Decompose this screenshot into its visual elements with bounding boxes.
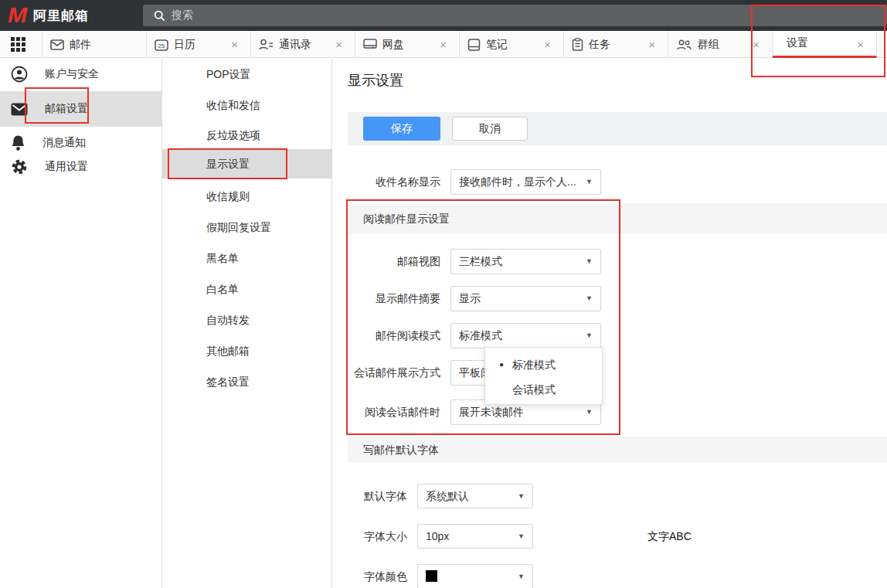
menu-item-display-settings[interactable]: 显示设置 bbox=[162, 149, 332, 178]
tab-tasks[interactable]: 任务 × bbox=[564, 31, 668, 58]
tab-close-icon[interactable]: × bbox=[857, 31, 864, 58]
svg-text:25: 25 bbox=[158, 42, 165, 49]
tab-calendar[interactable]: 25 日历 × bbox=[147, 31, 251, 58]
dropdown-option-conversation[interactable]: 会话模式 bbox=[485, 377, 602, 402]
field-label: 会话邮件展示方式 bbox=[332, 360, 440, 386]
sidebar-item-label: 邮箱设置 bbox=[45, 102, 88, 116]
form-row-font-color: 字体颜色 ▼ bbox=[332, 564, 887, 588]
font-color-select[interactable]: ▼ bbox=[417, 564, 533, 588]
section-header-compose-font: 写邮件默认字体 bbox=[348, 437, 887, 463]
section-title: 阅读邮件显示设置 bbox=[363, 212, 450, 225]
field-label: 邮件阅读模式 bbox=[332, 323, 440, 348]
cancel-button[interactable]: 取消 bbox=[452, 117, 528, 141]
tab-label: 网盘 bbox=[382, 38, 404, 52]
settings-sidebar: 账户与安全 邮箱设置 消息通知 通用设置 bbox=[0, 59, 162, 588]
font-color-swatch bbox=[426, 570, 437, 582]
sidebar-item-mailbox-settings[interactable]: 邮箱设置 bbox=[0, 91, 161, 127]
menu-item-auto-forward[interactable]: 自动转发 bbox=[162, 304, 332, 335]
notes-icon bbox=[467, 39, 481, 51]
account-security-icon bbox=[11, 66, 28, 83]
tab-label: 群组 bbox=[698, 38, 719, 52]
drive-icon bbox=[363, 39, 377, 50]
section-title: 写邮件默认字体 bbox=[363, 444, 439, 456]
menu-item-blacklist[interactable]: 黑名单 bbox=[162, 243, 332, 274]
select-value: 标准模式 bbox=[459, 329, 502, 342]
tab-close-icon[interactable]: × bbox=[753, 31, 760, 58]
tab-label: 邮件 bbox=[70, 38, 91, 52]
app-logo: M 阿里邮箱 bbox=[8, 3, 89, 28]
save-button[interactable]: 保存 bbox=[363, 117, 440, 141]
app-grid-button[interactable] bbox=[0, 31, 42, 58]
menu-item-signature[interactable]: 签名设置 bbox=[162, 366, 332, 397]
search-input[interactable]: 搜索 bbox=[143, 5, 887, 26]
menu-item-vacation-reply[interactable]: 假期回复设置 bbox=[162, 212, 332, 243]
menu-item-pop-settings[interactable]: POP设置 bbox=[162, 59, 332, 90]
field-label: 字体颜色 bbox=[332, 564, 407, 588]
notification-bell-icon bbox=[11, 134, 25, 151]
form-row-reading-mode: 邮件阅读模式 标准模式 ▼ bbox=[332, 323, 887, 348]
sidebar-item-general-settings[interactable]: 通用设置 bbox=[0, 151, 161, 183]
tab-close-icon[interactable]: × bbox=[544, 31, 551, 58]
sidebar-item-account-security[interactable]: 账户与安全 bbox=[0, 57, 161, 91]
grid-icon bbox=[11, 37, 25, 52]
caret-down-icon: ▼ bbox=[586, 250, 593, 274]
tab-close-icon[interactable]: × bbox=[648, 31, 655, 58]
field-label: 默认字体 bbox=[332, 484, 407, 509]
page-title: 显示设置 bbox=[348, 71, 403, 90]
tab-drive[interactable]: 网盘 × bbox=[355, 31, 460, 58]
search-placeholder: 搜索 bbox=[172, 8, 193, 22]
menu-item-whitelist[interactable]: 白名单 bbox=[162, 274, 332, 304]
form-row-font-size: 字体大小 10px ▼ 文字ABC bbox=[332, 524, 887, 549]
tab-label: 任务 bbox=[589, 38, 610, 52]
logo-m-icon: M bbox=[8, 5, 27, 26]
select-value: 三栏模式 bbox=[459, 255, 502, 267]
font-size-select[interactable]: 10px ▼ bbox=[417, 524, 533, 549]
sidebar-item-label: 账户与安全 bbox=[45, 67, 99, 81]
sidebar-item-label: 通用设置 bbox=[45, 160, 88, 174]
caret-down-icon: ▼ bbox=[518, 565, 525, 588]
mail-summary-select[interactable]: 显示 ▼ bbox=[450, 286, 601, 311]
tab-label: 通讯录 bbox=[279, 38, 311, 52]
dropdown-option-standard[interactable]: ● 标准模式 bbox=[485, 352, 602, 377]
tab-settings[interactable]: 设置 × bbox=[773, 31, 877, 58]
tab-label: 设置 bbox=[780, 36, 808, 50]
section-header-reading: 阅读邮件显示设置 bbox=[348, 203, 887, 234]
mailbox-view-select[interactable]: 三栏模式 ▼ bbox=[450, 249, 601, 274]
tab-mail[interactable]: 邮件 bbox=[42, 31, 147, 58]
topbar: M 阿里邮箱 搜索 bbox=[0, 0, 887, 31]
form-row-mail-summary: 显示邮件摘要 显示 ▼ bbox=[332, 286, 887, 311]
font-preview-text: 文字ABC bbox=[647, 524, 692, 549]
tab-close-icon[interactable]: × bbox=[440, 31, 447, 58]
option-label: 会话模式 bbox=[512, 383, 556, 396]
selected-bullet-icon: ● bbox=[499, 352, 504, 377]
display-settings-panel: 显示设置 保存 取消 收件名称显示 接收邮件时，显示个人... ▼ 阅读邮件显示… bbox=[332, 59, 887, 588]
tab-label: 日历 bbox=[174, 38, 195, 52]
tab-groups[interactable]: 群组 × bbox=[668, 31, 773, 58]
search-icon bbox=[154, 10, 165, 22]
menu-item-receive-rules[interactable]: 收信规则 bbox=[162, 181, 332, 212]
reading-mode-select[interactable]: 标准模式 ▼ bbox=[450, 323, 601, 348]
tab-contacts[interactable]: 通讯录 × bbox=[251, 31, 355, 58]
select-value: 显示 bbox=[459, 292, 481, 304]
select-value: 接收邮件时，显示个人... bbox=[459, 175, 576, 188]
recipient-name-select[interactable]: 接收邮件时，显示个人... ▼ bbox=[450, 169, 601, 195]
form-row-default-font: 默认字体 系统默认 ▼ bbox=[332, 484, 887, 509]
mail-settings-menu: POP设置 收信和发信 反垃圾选项 显示设置 收信规则 假期回复设置 黑名单 白… bbox=[162, 59, 332, 588]
default-font-select[interactable]: 系统默认 ▼ bbox=[417, 484, 533, 508]
sidebar-item-label: 消息通知 bbox=[42, 136, 86, 150]
tab-notes[interactable]: 笔记 × bbox=[460, 31, 564, 58]
menu-item-send-receive[interactable]: 收信和发信 bbox=[162, 90, 332, 121]
menu-item-antispam[interactable]: 反垃圾选项 bbox=[162, 120, 332, 151]
tab-close-icon[interactable]: × bbox=[231, 31, 238, 58]
tab-label: 笔记 bbox=[486, 38, 508, 52]
tab-close-icon[interactable]: × bbox=[335, 31, 342, 58]
form-row-conversation-display: 会话邮件展示方式 平板阅 bbox=[332, 360, 887, 386]
field-label: 字体大小 bbox=[332, 524, 407, 549]
option-label: 标准模式 bbox=[512, 359, 556, 371]
menu-item-other-mailbox[interactable]: 其他邮箱 bbox=[162, 335, 332, 366]
form-row-recipient-name: 收件名称显示 接收邮件时，显示个人... ▼ bbox=[332, 169, 887, 195]
select-value: 系统默认 bbox=[426, 490, 469, 502]
calendar-icon: 25 bbox=[155, 39, 168, 51]
caret-down-icon: ▼ bbox=[586, 170, 593, 194]
caret-down-icon: ▼ bbox=[518, 484, 525, 508]
